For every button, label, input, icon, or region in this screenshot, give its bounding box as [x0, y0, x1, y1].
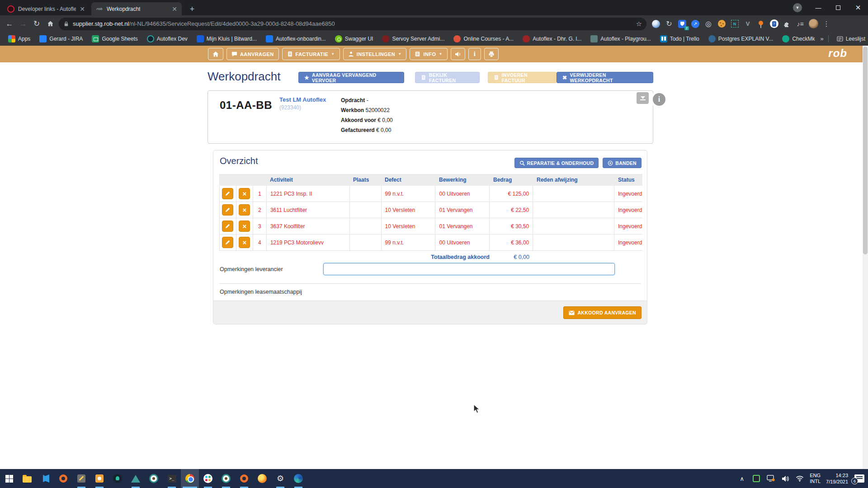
- taskbar-tools-app[interactable]: [72, 469, 90, 488]
- taskbar-chrome[interactable]: [181, 469, 199, 488]
- tab-close-icon[interactable]: ✕: [172, 6, 177, 12]
- target-extension-icon[interactable]: ◎: [703, 19, 713, 29]
- bookmark-swagger[interactable]: Swagger UI: [331, 34, 377, 44]
- nav-home-button[interactable]: [208, 48, 223, 60]
- page-scrollbar[interactable]: [863, 46, 868, 469]
- profile-avatar[interactable]: [808, 19, 818, 29]
- tray-chevron-up-icon[interactable]: ∧: [737, 474, 746, 483]
- home-icon[interactable]: [43, 17, 57, 31]
- delete-row-button[interactable]: ×: [239, 188, 250, 199]
- tray-wifi-icon[interactable]: [795, 474, 804, 483]
- bookmark-autoflex-dev[interactable]: Autoflex Dev: [143, 34, 191, 44]
- taskbar-gitkraken[interactable]: [108, 469, 127, 488]
- forward-icon[interactable]: →: [16, 17, 30, 31]
- bookmark-star-icon[interactable]: ☆: [636, 20, 642, 28]
- browser-menu-kebab-icon[interactable]: ⋮: [821, 19, 831, 29]
- taskbar-file-explorer[interactable]: [18, 469, 36, 488]
- bookmark-servoy[interactable]: Servoy Server Admi...: [378, 34, 448, 44]
- scrollbar-thumb[interactable]: [863, 47, 868, 254]
- maximize-button[interactable]: [828, 0, 848, 15]
- bookmark-trello[interactable]: Todo | Trello: [656, 34, 703, 44]
- nav-info-button[interactable]: INFO ▼: [410, 48, 447, 60]
- delete-row-button[interactable]: ×: [239, 204, 250, 216]
- bookmark-onboarding[interactable]: Autoflex-onboardin...: [262, 34, 330, 44]
- notification-center-button[interactable]: 6: [854, 474, 865, 483]
- taskbar-edge[interactable]: [289, 469, 307, 488]
- bookmark-autoflex-dhr[interactable]: Autoflex - Dhr. G. l...: [519, 34, 585, 44]
- tray-clock[interactable]: 14:23 7/19/2021: [826, 472, 848, 485]
- taskbar-orange-ring-app-2[interactable]: [235, 469, 253, 488]
- nav-print-button[interactable]: [484, 48, 499, 60]
- omnibox[interactable]: supplier.stg.rob-net.nl/nl-NL/946635/Ser…: [59, 18, 646, 30]
- minimize-button[interactable]: —: [808, 0, 828, 15]
- tray-display-icon[interactable]: [766, 474, 775, 483]
- nav-audio-button[interactable]: [451, 48, 465, 60]
- bekijk-facturen-button[interactable]: BEKIJK FACTUREN: [415, 72, 480, 83]
- edit-row-button[interactable]: [222, 221, 233, 232]
- bookmarks-overflow-chevron[interactable]: »: [820, 35, 823, 42]
- tab-developer-links[interactable]: Developer links - Autoflex Intern ✕: [3, 2, 90, 15]
- bookmark-postgres[interactable]: Postgres EXPLAIN V...: [705, 34, 777, 44]
- verwijderen-werkopdracht-button[interactable]: ✖ VERWIJDEREN WERKOPDRACHT: [557, 72, 653, 83]
- bookmark-playground[interactable]: Autoflex - Playgrou...: [587, 34, 654, 44]
- n-box-extension-icon[interactable]: N: [730, 19, 740, 29]
- edit-row-button[interactable]: [222, 237, 233, 248]
- taskbar-dbeaver-2[interactable]: [217, 469, 235, 488]
- bookmark-apps[interactable]: Apps: [5, 34, 34, 44]
- delete-row-button[interactable]: ×: [239, 237, 250, 248]
- edit-row-button[interactable]: [222, 188, 233, 199]
- taskbar-slack[interactable]: [199, 469, 217, 488]
- taskbar-orange-ring-app[interactable]: [54, 469, 72, 488]
- taskbar-photos-app[interactable]: [90, 469, 108, 488]
- media-playlist-icon[interactable]: ♪≡: [795, 19, 805, 29]
- taskbar-vscode[interactable]: [36, 469, 54, 488]
- aanvraag-vervangend-vervoer-button[interactable]: ★ AANVRAAG VERVANGEND VERVOER: [298, 72, 404, 83]
- reading-list-button[interactable]: Leeslijst: [833, 34, 868, 43]
- taskbar-terminal[interactable]: >_: [163, 469, 181, 488]
- cookie-extension-icon[interactable]: [717, 19, 726, 29]
- clipboard-help-extension-icon[interactable]: ?: [769, 19, 779, 29]
- back-icon[interactable]: ←: [3, 17, 16, 31]
- nav-instellingen-button[interactable]: INSTELLINGEN ▼: [343, 48, 407, 60]
- delete-row-button[interactable]: ×: [239, 221, 250, 232]
- bookmark-jira[interactable]: Gerard - JIRA: [36, 34, 86, 44]
- nav-info-i-button[interactable]: i: [468, 48, 481, 60]
- banden-button[interactable]: BANDEN: [603, 158, 642, 168]
- bookmark-udemy[interactable]: Online Courses - A...: [450, 34, 517, 44]
- remarks-supplier-input[interactable]: [323, 263, 615, 275]
- reparatie-onderhoud-button[interactable]: REPARATIE & ONDERHOUD: [514, 158, 599, 168]
- bitwarden-extension-icon[interactable]: 2: [677, 19, 687, 29]
- nav-facturatie-button[interactable]: FACTURATIE ▼: [282, 48, 340, 60]
- browser-status-circle-icon[interactable]: ▼: [793, 3, 802, 12]
- collapse-panel-button[interactable]: [637, 92, 649, 104]
- new-tab-button[interactable]: +: [186, 3, 198, 15]
- orb-extension-icon[interactable]: [651, 19, 661, 29]
- bookmark-sheets[interactable]: Google Sheets: [88, 34, 141, 44]
- edit-row-button[interactable]: [222, 204, 233, 216]
- nav-aanvragen-button[interactable]: AANVRAGEN: [226, 48, 279, 60]
- tray-language-indicator[interactable]: ENG INTL: [810, 473, 821, 484]
- windows-taskbar: >_ ⚙ ∧ ENG INTL 14:23 7/1: [0, 469, 868, 488]
- company-link[interactable]: Test LM Autoflex: [279, 96, 326, 103]
- akkoord-aanvragen-button[interactable]: AKKOORD AANVRAGEN: [563, 306, 642, 319]
- invoeren-factuur-button[interactable]: INVOEREN FACTUUR: [488, 72, 557, 83]
- start-button[interactable]: [0, 469, 18, 488]
- extensions-puzzle-icon[interactable]: [782, 19, 792, 29]
- tab-werkopdracht[interactable]: rob Werkopdracht ✕: [91, 2, 182, 15]
- taskbar-settings[interactable]: ⚙: [271, 469, 289, 488]
- taskbar-dbeaver[interactable]: [145, 469, 163, 488]
- tray-capture-app-icon[interactable]: [752, 474, 761, 483]
- vue-devtools-icon[interactable]: V: [743, 19, 753, 29]
- taskbar-pyramid-app[interactable]: [127, 469, 145, 488]
- info-circle-icon[interactable]: i: [653, 93, 665, 106]
- tab-close-icon[interactable]: ✕: [80, 6, 85, 12]
- bookmark-bitwarden[interactable]: Mijn Kluis | Bitward...: [193, 34, 260, 44]
- sync-extension-icon[interactable]: ↻: [664, 19, 674, 29]
- taskbar-firefox[interactable]: [253, 469, 271, 488]
- share-arrow-extension-icon[interactable]: ↗: [690, 19, 700, 29]
- pin-extension-icon[interactable]: [756, 19, 766, 29]
- tray-volume-icon[interactable]: [781, 474, 790, 483]
- bookmark-checkmk[interactable]: CheckMk: [778, 34, 818, 44]
- close-button[interactable]: ✕: [848, 0, 868, 15]
- reload-icon[interactable]: ↻: [30, 17, 43, 31]
